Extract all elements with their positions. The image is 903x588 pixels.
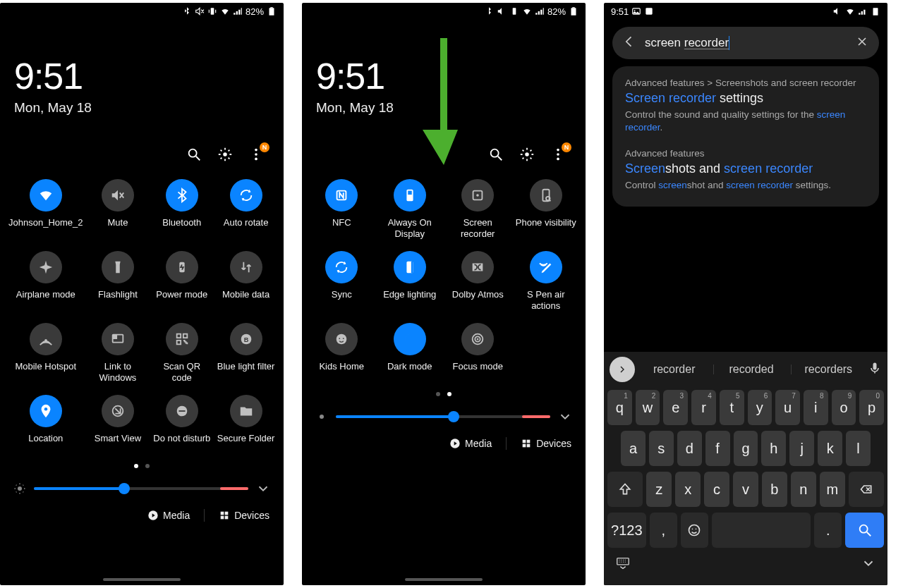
period-key[interactable]: .: [814, 513, 842, 548]
key-w[interactable]: w2: [636, 390, 660, 425]
phonevis-icon[interactable]: [530, 179, 562, 212]
qs-toggle-sync[interactable]: Sync: [308, 251, 376, 319]
location-icon[interactable]: [30, 395, 62, 427]
key-e[interactable]: e3: [663, 390, 688, 425]
kids-icon[interactable]: [325, 323, 358, 355]
qs-toggle-power[interactable]: Power mode: [150, 251, 214, 319]
key-d[interactable]: d: [677, 431, 702, 466]
brightness-slider[interactable]: [336, 415, 550, 418]
brightness-thumb[interactable]: [448, 411, 459, 422]
edge-icon[interactable]: [394, 251, 426, 283]
comma-key[interactable]: ,: [650, 513, 677, 548]
search-icon[interactable]: [488, 147, 504, 162]
media-button[interactable]: Media: [147, 510, 190, 521]
emoji-key[interactable]: [681, 513, 708, 548]
chevron-down-icon[interactable]: [861, 556, 876, 574]
search-key[interactable]: [845, 513, 884, 548]
key-c[interactable]: c: [704, 472, 729, 507]
backspace-key[interactable]: [849, 472, 884, 507]
autorotate-icon[interactable]: [230, 179, 262, 212]
key-s[interactable]: s: [649, 431, 674, 466]
key-a[interactable]: a: [621, 431, 646, 466]
brightness-slider[interactable]: [34, 487, 248, 490]
qs-toggle-hotspot[interactable]: Mobile Hotspot: [6, 323, 86, 391]
key-j[interactable]: j: [789, 431, 814, 466]
qs-toggle-dnd[interactable]: Do not disturb: [150, 395, 214, 463]
key-v[interactable]: v: [733, 472, 758, 507]
mic-icon[interactable]: [868, 361, 882, 378]
qs-toggle-flashlight[interactable]: Flashlight: [86, 251, 150, 319]
search-icon[interactable]: [186, 147, 202, 162]
suggestion[interactable]: recorders: [791, 363, 866, 376]
qs-toggle-edge[interactable]: Edge lighting: [376, 251, 444, 319]
dolby-icon[interactable]: [461, 251, 494, 283]
spen-icon[interactable]: [530, 251, 562, 283]
shift-key[interactable]: [607, 472, 643, 507]
qs-toggle-mute[interactable]: Mute: [86, 179, 150, 247]
qs-toggle-autorotate[interactable]: Auto rotate: [214, 179, 278, 247]
flashlight-icon[interactable]: [102, 251, 134, 283]
qs-toggle-airplane[interactable]: Airplane mode: [6, 251, 86, 319]
search-input[interactable]: screen recorder: [645, 36, 847, 51]
expand-suggestions-icon[interactable]: [610, 357, 635, 382]
qs-toggle-linkwin[interactable]: Link to Windows: [86, 323, 150, 391]
bluelight-icon[interactable]: B: [230, 323, 262, 355]
aod-icon[interactable]: [394, 179, 426, 212]
gear-icon[interactable]: [217, 147, 233, 162]
mobiledata-icon[interactable]: [230, 251, 262, 283]
qs-toggle-phonevis[interactable]: Phone visibility: [512, 179, 581, 247]
suggestion[interactable]: recorder: [636, 363, 712, 376]
qs-toggle-qr[interactable]: Scan QR code: [150, 323, 214, 391]
key-o[interactable]: o9: [832, 390, 856, 425]
chevron-down-icon[interactable]: [557, 409, 573, 424]
key-h[interactable]: h: [761, 431, 786, 466]
wifi-icon[interactable]: [30, 179, 62, 212]
back-icon[interactable]: [622, 35, 636, 51]
bluetooth-icon[interactable]: [166, 179, 198, 212]
more-icon[interactable]: N: [550, 147, 566, 162]
qs-toggle-focus[interactable]: Focus mode: [444, 323, 512, 391]
qs-toggle-dolby[interactable]: Dolby Atmos: [444, 251, 512, 319]
key-u[interactable]: u7: [775, 390, 800, 425]
qs-toggle-aod[interactable]: Always On Display: [376, 179, 444, 247]
folder-icon[interactable]: [230, 395, 262, 427]
key-g[interactable]: g: [734, 431, 758, 466]
key-x[interactable]: x: [675, 472, 701, 507]
qs-toggle-nfc[interactable]: NFC: [308, 179, 376, 247]
qs-toggle-spen[interactable]: S Pen air actions: [512, 251, 581, 319]
mute-icon[interactable]: [102, 179, 134, 212]
key-l[interactable]: l: [846, 431, 871, 466]
space-key[interactable]: [712, 513, 811, 548]
search-result[interactable]: Advanced features > Screenshots and scre…: [625, 78, 866, 134]
darkmode-icon[interactable]: [394, 323, 426, 355]
search-bar[interactable]: screen recorder: [612, 27, 879, 59]
key-i[interactable]: i8: [804, 390, 828, 425]
key-p[interactable]: p0: [859, 390, 884, 425]
screenrec-icon[interactable]: [461, 179, 494, 212]
hotspot-icon[interactable]: [30, 323, 62, 355]
qs-toggle-screenrec[interactable]: Screen recorder: [444, 179, 512, 247]
brightness-thumb[interactable]: [119, 483, 130, 494]
key-f[interactable]: f: [705, 431, 730, 466]
qr-icon[interactable]: [166, 323, 198, 355]
symbols-key[interactable]: ?123: [607, 513, 646, 548]
keyboard-hide-icon[interactable]: [615, 556, 631, 574]
key-y[interactable]: y6: [748, 390, 772, 425]
gesture-handle[interactable]: [103, 578, 181, 581]
nfc-icon[interactable]: [325, 179, 358, 212]
smartview-icon[interactable]: [102, 395, 134, 427]
dnd-icon[interactable]: [166, 395, 198, 427]
media-button[interactable]: Media: [449, 438, 492, 449]
qs-toggle-wifi[interactable]: Johnson_Home_2: [6, 179, 86, 247]
focus-icon[interactable]: [461, 323, 494, 355]
key-r[interactable]: r4: [691, 390, 716, 425]
qs-toggle-bluelight[interactable]: BBlue light filter: [214, 323, 278, 391]
qs-toggle-darkmode[interactable]: Dark mode: [376, 323, 444, 391]
sync-icon[interactable]: [325, 251, 358, 283]
airplane-icon[interactable]: [30, 251, 62, 283]
suggestion[interactable]: recorded: [713, 363, 789, 376]
gesture-handle[interactable]: [405, 578, 483, 581]
more-icon[interactable]: N: [248, 147, 264, 162]
key-n[interactable]: n: [791, 472, 816, 507]
qs-toggle-bluetooth[interactable]: Bluetooth: [150, 179, 214, 247]
